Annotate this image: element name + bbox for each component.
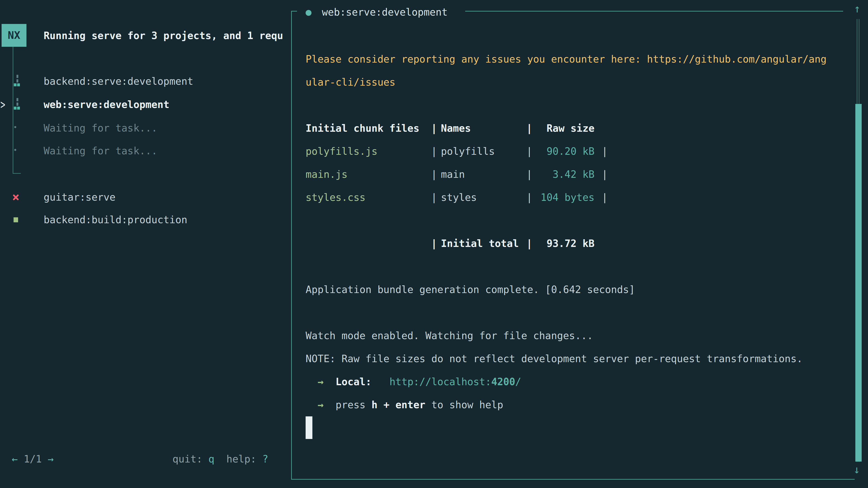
blank-line — [306, 255, 848, 278]
bundle-complete-message: Application bundle generation complete. … — [306, 278, 848, 301]
scroll-up-icon[interactable]: ↑ — [854, 2, 861, 15]
col-header-files: Initial chunk files — [306, 117, 431, 140]
blank-line — [306, 94, 848, 117]
scrollbar-thumb[interactable] — [855, 104, 862, 462]
total-label: Initial total — [437, 232, 526, 255]
help-hint-suffix: to show help — [426, 399, 503, 411]
notice-text[interactable]: Please consider reporting any issues you… — [306, 53, 827, 65]
table-row: styles.css|styles|104 bytes| — [306, 186, 848, 209]
quit-label: quit: — [173, 453, 209, 465]
terminal-cursor — [306, 416, 312, 439]
sidebar-item-web-serve[interactable]: web:serve:development — [43, 97, 169, 112]
arrow-icon: → — [318, 399, 324, 411]
prev-page-arrow[interactable]: ← — [12, 453, 18, 465]
blank-line — [306, 209, 848, 232]
panel-border-top — [465, 11, 843, 11]
waiting-dot-icon — [14, 126, 16, 128]
nx-logo: NX — [2, 24, 26, 47]
local-url-line: → Local: http://localhost:4200/ — [306, 370, 848, 393]
spinner-icon — [13, 98, 20, 110]
task-tree-line — [13, 47, 13, 174]
watch-mode-message: Watch mode enabled. Watching for file ch… — [306, 324, 848, 347]
chunk-file: polyfills.js — [306, 140, 431, 163]
chunk-size: 3.42 kB — [532, 163, 602, 186]
help-hint-prefix: press — [336, 399, 371, 411]
waiting-dot-icon — [14, 149, 16, 151]
help-hint-line: → press h + enter to show help — [306, 393, 848, 416]
angular-notice-line1: Please consider reporting any issues you… — [306, 48, 848, 71]
help-hint-keys: h + enter — [371, 399, 425, 411]
sidebar-header-title: Running serve for 3 projects, and 1 requ — [43, 28, 283, 43]
help-label: help: — [226, 453, 262, 465]
quit-key: q — [209, 453, 215, 465]
chunk-file: main.js — [306, 163, 431, 186]
chunk-size: 104 bytes — [532, 186, 602, 209]
task-success-square-icon — [13, 217, 18, 222]
chunk-name: polyfills — [437, 140, 526, 163]
sidebar-item-guitar-serve[interactable]: guitar:serve — [43, 190, 116, 205]
sidebar-item-backend-serve[interactable]: backend:serve:development — [43, 74, 193, 89]
task-status-dot-icon — [306, 10, 311, 16]
help-key: ? — [262, 453, 268, 465]
spinner-icon — [13, 75, 20, 87]
arrow-icon: → — [318, 376, 324, 387]
table-row: main.js|main|3.42 kB| — [306, 163, 848, 186]
chunk-name: styles — [437, 186, 526, 209]
note-message: NOTE: Raw file sizes do not reflect deve… — [306, 347, 848, 370]
notice-text[interactable]: ular-cli/issues — [306, 76, 395, 88]
blank-line — [306, 301, 848, 324]
task-tree-line-corner — [13, 173, 21, 174]
sidebar-item-waiting-1[interactable]: Waiting for task... — [43, 121, 157, 136]
terminal-output: Please consider reporting any issues you… — [306, 48, 848, 416]
chunk-size: 90.20 kB — [532, 140, 602, 163]
pagination: ← 1/1 → — [12, 451, 54, 467]
chunk-file: styles.css — [306, 186, 431, 209]
col-header-size: Raw size — [532, 117, 602, 140]
panel-border-bottom — [291, 479, 855, 480]
table-row: polyfills.js|polyfills|90.20 kB| — [306, 140, 848, 163]
table-total-row: |Initial total|93.72 kB — [306, 232, 848, 255]
angular-notice-line2: ular-cli/issues — [306, 71, 848, 94]
scroll-down-icon[interactable]: ↓ — [854, 463, 860, 476]
local-url[interactable]: http://localhost:4200/ — [390, 376, 521, 387]
sidebar-item-waiting-2[interactable]: Waiting for task... — [43, 143, 157, 159]
next-page-arrow[interactable]: → — [48, 453, 54, 465]
panel-title: web:serve:development — [322, 4, 447, 20]
page-indicator: 1/1 — [24, 453, 41, 465]
chunk-name: main — [437, 163, 526, 186]
sidebar-item-backend-build[interactable]: backend:build:production — [43, 212, 187, 228]
task-failed-x-icon — [12, 194, 20, 201]
panel-border-top-stub — [291, 11, 297, 11]
total-size: 93.72 kB — [532, 232, 602, 255]
table-header-row: Initial chunk files|Names|Raw size — [306, 117, 848, 140]
local-label: Local: — [336, 376, 371, 387]
shortcut-hints: quit: q help: ? — [173, 451, 268, 467]
col-header-names: Names — [437, 117, 526, 140]
panel-border-left — [291, 11, 292, 480]
